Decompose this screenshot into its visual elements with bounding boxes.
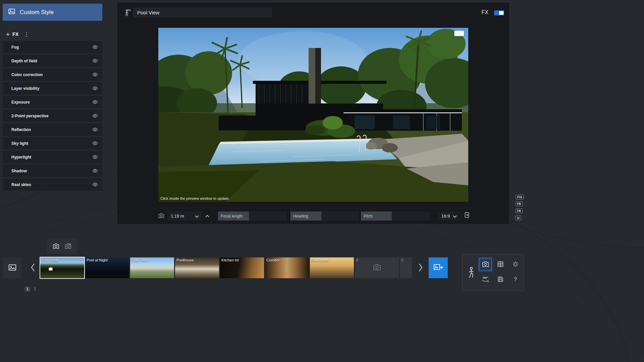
take-photo-button[interactable] xyxy=(53,243,59,250)
photo-fx-icon: FX xyxy=(124,8,131,18)
fx-item-depth-of-field[interactable]: Depth of field xyxy=(3,55,102,67)
settings-button[interactable] xyxy=(509,258,522,271)
fx-item-label: Hyperlight xyxy=(11,155,31,160)
thumb-label: Side View xyxy=(131,258,148,262)
add-fx-label: FX xyxy=(12,32,18,37)
photo-mode-button[interactable] xyxy=(479,258,492,271)
eye-icon[interactable] xyxy=(92,44,98,50)
app-root: Custom Style + FX ⋮ Fog Depth of field C… xyxy=(0,0,644,362)
thumb-label: Corridor xyxy=(266,258,280,262)
fx-menu-button[interactable]: ⋮ xyxy=(21,32,31,37)
orientation-icon xyxy=(464,214,470,219)
aspect-ratio-value: 16:9 xyxy=(441,214,450,219)
focal-length-field: Focal length xyxy=(218,212,287,221)
preview-viewport[interactable]: Click inside the preview window to updat… xyxy=(158,28,468,202)
photo-actions-toolbar xyxy=(47,239,77,254)
pitch-field: Pitch xyxy=(361,212,430,221)
fx-item-exposure[interactable]: Exposure xyxy=(3,96,102,108)
thumb-label: Pool at Night xyxy=(87,258,108,262)
fx-toggle-label: FX xyxy=(482,9,488,15)
camera-height-select[interactable]: 1.19 m xyxy=(168,212,202,221)
thumb-label: 8 xyxy=(356,258,358,262)
plus-icon: + xyxy=(6,31,10,38)
focal-length-label: Focal length xyxy=(218,212,249,221)
pano-360-icon: 360° xyxy=(483,277,488,279)
walk-mode-icon[interactable] xyxy=(466,266,476,281)
eye-icon[interactable] xyxy=(92,140,98,146)
photo-name-input[interactable] xyxy=(133,8,272,17)
thumb-label: Pool View xyxy=(42,258,58,262)
fx-item-shadow[interactable]: Shadow xyxy=(3,165,102,177)
fx-item-label: Sky light xyxy=(11,141,28,146)
eye-icon[interactable] xyxy=(92,127,98,132)
photo-thumb-bakckyard[interactable]: Bakckyard xyxy=(310,257,354,278)
camera-settings-bar: 1.19 m Focal length Heading Pitch 16:9 xyxy=(117,208,509,224)
photo-thumb-empty-8[interactable]: 8 xyxy=(355,257,399,278)
eye-icon[interactable] xyxy=(92,154,98,160)
preview-expand-button[interactable] xyxy=(454,31,464,36)
eye-icon[interactable] xyxy=(92,72,98,77)
help-button[interactable]: ? xyxy=(509,273,522,286)
aspect-ratio-select[interactable]: 16:9 xyxy=(439,212,460,221)
fx-item-label: Reflection xyxy=(11,127,31,132)
fx-item-real-skies[interactable]: Real skies xyxy=(3,178,102,191)
photo-thumbnail-strip: Pool View Pool at Night Side View Poolho… xyxy=(40,257,412,278)
eye-icon[interactable] xyxy=(92,113,98,119)
fx-item-2-point-perspective[interactable]: 2-Point perspective xyxy=(3,110,102,122)
photo-thumb-poolhouse[interactable]: Poolhouse xyxy=(175,257,219,278)
custom-style-header[interactable]: Custom Style xyxy=(3,4,102,21)
photo-thumb-corridor[interactable]: Corridor xyxy=(265,257,309,278)
fx-item-label: Depth of field xyxy=(11,59,37,63)
toggle-knob xyxy=(499,11,503,15)
thumb-label: 9 xyxy=(401,258,403,262)
fx-item-color-correction[interactable]: Color correction xyxy=(3,68,102,81)
heading-input[interactable] xyxy=(321,212,359,221)
photo-thumb-empty-9[interactable]: 9 xyxy=(400,257,412,278)
fx-toggle[interactable] xyxy=(494,10,504,15)
strip-next-button[interactable] xyxy=(415,257,426,278)
fx-item-layer-visibility[interactable]: Layer visibility xyxy=(3,82,102,95)
grid-view-button[interactable] xyxy=(494,258,507,271)
eye-icon[interactable] xyxy=(92,99,98,105)
photo-thumb-side-view[interactable]: Side View xyxy=(130,257,174,278)
custom-style-title: Custom Style xyxy=(20,9,54,16)
page-1-button[interactable]: 1 xyxy=(25,287,30,292)
camera-marker-icon xyxy=(48,266,53,272)
fx-item-reflection[interactable]: Reflection xyxy=(3,123,102,136)
fx-item-sky-light[interactable]: Sky light xyxy=(3,137,102,149)
camera-height-value: 1.19 m xyxy=(171,214,184,219)
eye-icon[interactable] xyxy=(92,182,98,187)
pano-360-button[interactable]: 360° xyxy=(479,273,492,286)
remove-photo-button[interactable] xyxy=(65,243,71,250)
camera-remove-icon xyxy=(65,243,71,250)
eye-icon[interactable] xyxy=(92,58,98,64)
heading-field: Heading xyxy=(290,212,359,221)
pitch-input[interactable] xyxy=(392,212,430,221)
strip-prev-button[interactable] xyxy=(28,257,38,278)
page-2-button[interactable]: 2 xyxy=(32,287,38,292)
render-photo-button[interactable] xyxy=(429,257,448,278)
svg-text:FX: FX xyxy=(128,9,131,11)
camera-height-icon xyxy=(158,213,164,220)
fx-sidebar: Custom Style + FX ⋮ Fog Depth of field C… xyxy=(3,4,102,191)
chevron-up-icon xyxy=(205,214,209,219)
eye-icon[interactable] xyxy=(92,85,98,91)
photo-thumb-pool-view[interactable]: Pool View xyxy=(40,257,84,278)
pitch-label: Pitch xyxy=(361,212,392,221)
chevron-right-icon xyxy=(418,263,423,273)
photo-thumb-kitchen-int[interactable]: Kitchen Int xyxy=(220,257,264,278)
focal-length-input[interactable] xyxy=(249,212,287,221)
fx-item-hyperlight[interactable]: Hyperlight xyxy=(3,151,102,163)
background-curve xyxy=(0,201,644,362)
photo-collection-button[interactable] xyxy=(3,257,22,278)
height-step-up-button[interactable] xyxy=(203,212,211,221)
rendered-scene xyxy=(158,28,468,202)
eye-icon[interactable] xyxy=(92,168,98,174)
heading-label: Heading xyxy=(290,212,321,221)
orientation-button[interactable] xyxy=(464,212,470,219)
save-button[interactable] xyxy=(494,273,507,286)
add-fx-button[interactable]: + FX xyxy=(6,31,18,38)
fx-item-fog[interactable]: Fog xyxy=(3,41,102,53)
chevron-down-icon xyxy=(195,213,199,219)
photo-thumb-pool-at-night[interactable]: Pool at Night xyxy=(85,257,129,278)
